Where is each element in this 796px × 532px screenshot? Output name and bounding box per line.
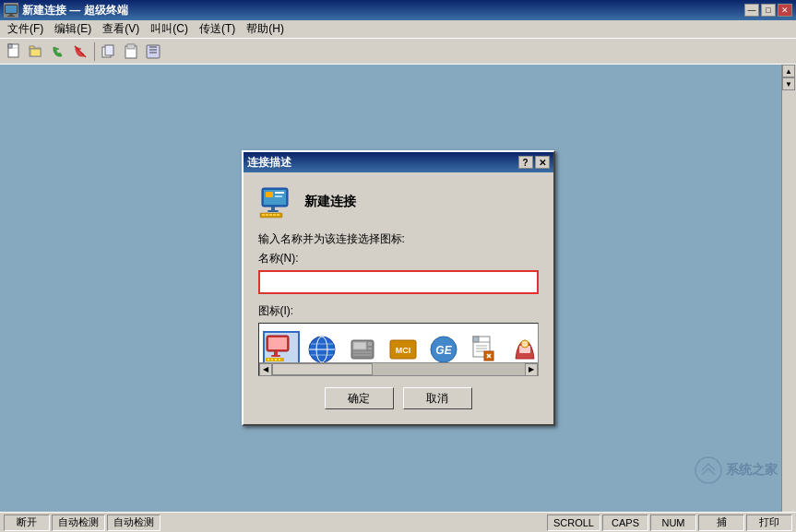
- status-caps: CAPS: [602, 514, 648, 531]
- name-input-container: [258, 270, 539, 294]
- svg-rect-48: [353, 342, 366, 349]
- dialog-new-connection-label: 新建连接: [304, 194, 356, 210]
- toolbar-hangup-btn[interactable]: [70, 41, 90, 62]
- status-connection: 断开: [4, 514, 50, 531]
- svg-rect-35: [274, 351, 278, 355]
- dialog-buttons: 确定 取消: [258, 387, 539, 409]
- window-controls: — □ ✕: [744, 4, 792, 17]
- svg-rect-52: [353, 354, 372, 356]
- svg-rect-41: [279, 359, 280, 361]
- svg-rect-9: [30, 49, 41, 56]
- svg-rect-30: [269, 214, 272, 216]
- status-num: NUM: [650, 514, 696, 531]
- dialog-name-label: 名称(N):: [258, 251, 539, 266]
- svg-rect-31: [273, 214, 276, 216]
- svg-rect-5: [8, 44, 12, 48]
- svg-rect-22: [266, 192, 273, 197]
- toolbar-copy-btn[interactable]: [99, 41, 119, 62]
- status-bar: 断开 自动检测 自动检测 SCROLL CAPS NUM 捕 打印: [0, 512, 796, 532]
- toolbar-separator-1: [94, 42, 95, 61]
- dialog-header: 新建连接: [258, 183, 539, 220]
- dialog-overlay: 连接描述 ? ✕: [0, 65, 796, 512]
- svg-rect-12: [105, 45, 113, 55]
- status-autodetect-2: 自动检测: [107, 514, 160, 531]
- svg-rect-23: [275, 192, 284, 194]
- svg-rect-32: [277, 214, 279, 216]
- dialog-cancel-button[interactable]: 取消: [403, 387, 472, 409]
- dialog-title: 连接描述: [247, 155, 518, 171]
- menu-transfer[interactable]: 传送(T): [194, 19, 241, 39]
- dialog-instruction: 输入名称并为该连接选择图标:: [258, 231, 539, 247]
- svg-rect-24: [275, 195, 282, 197]
- svg-point-68: [695, 457, 721, 483]
- svg-rect-29: [266, 214, 268, 216]
- close-button[interactable]: ✕: [778, 4, 792, 17]
- menu-file[interactable]: 文件(F): [2, 19, 49, 39]
- svg-rect-1: [6, 6, 17, 13]
- svg-point-67: [521, 340, 529, 348]
- menu-edit[interactable]: 编辑(E): [49, 19, 97, 39]
- app-icon: [4, 3, 18, 18]
- dialog-title-bar: 连接描述 ? ✕: [244, 152, 553, 172]
- dialog-title-buttons: ? ✕: [518, 156, 550, 169]
- toolbar-props-btn[interactable]: [143, 41, 163, 62]
- toolbar-open-btn[interactable]: [26, 41, 46, 62]
- menu-help[interactable]: 帮助(H): [241, 19, 290, 39]
- toolbar-new-btn[interactable]: [4, 41, 24, 62]
- title-bar: 新建连接 — 超级终端 — □ ✕: [0, 0, 796, 20]
- status-print: 打印: [746, 514, 792, 531]
- scroll-right-arrow[interactable]: ▶: [525, 363, 538, 376]
- menu-call[interactable]: 叫叫(C): [145, 19, 194, 39]
- svg-rect-3: [7, 16, 15, 17]
- dialog-content: 新建连接 输入名称并为该连接选择图标: 名称(N): 图标(I):: [244, 172, 553, 424]
- toolbar-paste-btn[interactable]: [121, 41, 141, 62]
- dialog-help-button[interactable]: ?: [518, 156, 533, 169]
- svg-rect-51: [353, 351, 372, 353]
- window-title: 新建连接 — 超级终端: [22, 3, 744, 18]
- scroll-left-arrow[interactable]: ◀: [259, 363, 272, 376]
- svg-rect-28: [262, 214, 265, 216]
- status-scroll: SCROLL: [547, 514, 600, 531]
- svg-rect-38: [267, 359, 269, 361]
- dialog-close-button[interactable]: ✕: [535, 156, 550, 169]
- svg-rect-50: [368, 348, 372, 349]
- dialog-header-icon: [258, 183, 295, 220]
- svg-rect-36: [271, 355, 280, 357]
- status-autodetect-1: 自动检测: [52, 514, 105, 531]
- dialog-ok-button[interactable]: 确定: [325, 387, 394, 409]
- svg-rect-39: [271, 359, 273, 361]
- connection-description-dialog: 连接描述 ? ✕: [242, 150, 555, 426]
- icon-picker: MCI GE: [258, 323, 539, 376]
- svg-rect-34: [268, 337, 287, 349]
- menu-bar: 文件(F) 编辑(E) 查看(V) 叫叫(C) 传送(T) 帮助(H): [0, 20, 796, 39]
- status-capture: 捕: [698, 514, 744, 531]
- main-area: ▲ ▼ 连接描述 ? ✕: [0, 65, 796, 512]
- toolbar-phone-btn[interactable]: [48, 41, 68, 62]
- watermark-text: 系统之家: [726, 462, 778, 479]
- minimize-button[interactable]: —: [744, 4, 759, 17]
- svg-rect-2: [9, 14, 13, 16]
- svg-rect-40: [275, 359, 277, 361]
- svg-text:GE: GE: [435, 344, 452, 357]
- scroll-thumb[interactable]: [272, 363, 374, 375]
- watermark: 系统之家: [695, 456, 778, 484]
- icon-picker-scrollbar[interactable]: ◀ ▶: [259, 362, 538, 375]
- dialog-icon-label: 图标(I):: [258, 303, 539, 319]
- maximize-button[interactable]: □: [761, 4, 776, 17]
- svg-rect-49: [368, 342, 372, 346]
- svg-text:MCI: MCI: [395, 346, 410, 355]
- svg-rect-26: [267, 210, 279, 212]
- scroll-track: [272, 363, 525, 375]
- toolbar: [0, 39, 796, 65]
- name-input[interactable]: [260, 272, 537, 292]
- svg-rect-58: [473, 337, 479, 342]
- svg-rect-15: [127, 44, 135, 49]
- menu-view[interactable]: 查看(V): [97, 19, 145, 39]
